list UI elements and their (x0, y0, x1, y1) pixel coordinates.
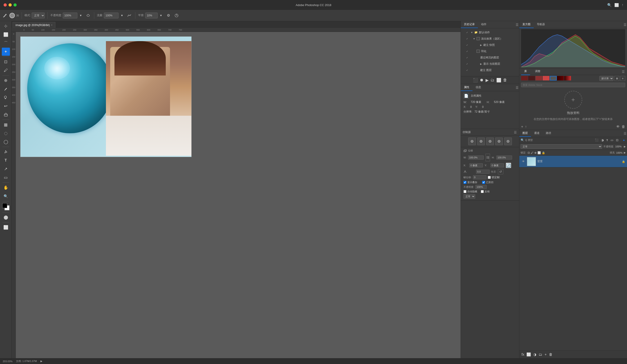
smoothing-btn[interactable] (126, 12, 132, 19)
history-tab[interactable]: 历史记录 (461, 21, 478, 28)
new-action-btn[interactable]: ⬜ (496, 78, 501, 83)
swatch-mid-dark[interactable] (535, 76, 542, 81)
canvas-tab-close[interactable]: × (51, 24, 52, 26)
h-clone-input[interactable] (496, 155, 512, 160)
layer-mode-select[interactable]: 正常 (521, 144, 602, 149)
lock-transparent-btn[interactable]: ⊡ (527, 151, 530, 154)
brush-tool[interactable] (2, 85, 10, 93)
text-tool[interactable]: T (2, 156, 10, 165)
history-item-copy[interactable]: ✓ 通过拷贝的图层 (461, 54, 519, 61)
angle-input[interactable] (476, 170, 490, 174)
swatch-dark-red[interactable] (521, 76, 528, 81)
eraser-tool[interactable] (2, 111, 10, 119)
swatch-darker[interactable] (528, 76, 535, 81)
minimize-button[interactable] (8, 3, 12, 6)
share-icon[interactable]: ↑ (622, 3, 624, 7)
airbrush-btn[interactable] (85, 12, 91, 19)
clip-checkbox[interactable] (482, 181, 485, 184)
history-item-show[interactable]: ✓ ▶ 显示 当前图层 (461, 61, 519, 67)
histogram-tab[interactable]: 直方图 (519, 21, 534, 28)
layer-group-btn[interactable]: 🗂 (538, 352, 543, 357)
layer-adjust-btn[interactable]: ◑ (533, 352, 537, 357)
history-item-snap[interactable]: ✓ ▶ 建立 快照 (461, 42, 519, 48)
clone-src-5[interactable] (504, 137, 512, 145)
foreground-color[interactable] (2, 203, 7, 208)
stop-btn[interactable]: ⬛ (473, 78, 478, 83)
clone-src-3[interactable] (486, 137, 494, 145)
library-menu-btn[interactable]: ☰ (621, 69, 625, 74)
filter-adjust-btn[interactable]: ◑ (600, 138, 605, 142)
library-upload-btn[interactable]: ↑ (525, 125, 527, 129)
invert-checkbox[interactable] (481, 190, 484, 193)
info-tab[interactable]: 信息 (472, 84, 484, 91)
hand-tool[interactable]: ✋ (2, 183, 10, 192)
clone-src-1[interactable] (468, 137, 476, 145)
overlay-checkbox[interactable] (464, 181, 467, 184)
quick-mask-btn[interactable]: ⬤ (2, 213, 10, 221)
w-clone-input[interactable] (468, 155, 484, 160)
filter-shape-btn[interactable]: ▭ (610, 138, 614, 142)
swatch-gray-select[interactable] (550, 76, 557, 81)
swatch-gradient-1[interactable] (557, 76, 564, 81)
properties-tab[interactable]: 属性 (461, 84, 472, 91)
brush-tool-button[interactable] (2, 12, 8, 19)
history-item-newlayer[interactable]: ✓ 建立 图层 (461, 67, 519, 73)
path-select-tool[interactable]: ↗ (2, 165, 10, 173)
blur-tool[interactable]: ◌ (2, 129, 10, 137)
layer-item-background[interactable]: 👁 背景 🔒 (519, 156, 627, 167)
dodge-tool[interactable]: ◯ (2, 138, 10, 146)
smooth-toggle-btn[interactable]: ▼ (158, 13, 163, 18)
history-menu-btn[interactable]: ☰ (515, 22, 519, 27)
window-icon[interactable]: ⬜ (614, 3, 619, 7)
adjustments-tab[interactable]: 调整 (532, 68, 544, 75)
gradient-tool[interactable]: ▦ (2, 121, 10, 129)
grid-view-btn[interactable]: ⊞ (614, 76, 619, 81)
selection-tool[interactable]: ⬜ (2, 31, 10, 39)
wh-link-btn[interactable]: ⛓ (485, 154, 490, 161)
auto-hide-checkbox[interactable] (464, 190, 467, 193)
crop-tool[interactable]: ⊡ (2, 58, 10, 66)
search-icon[interactable]: 🔍 (607, 3, 612, 7)
paths-tab[interactable]: 路径 (543, 130, 554, 137)
library-add-btn[interactable]: + (521, 125, 523, 129)
blend-mode-select[interactable]: 正常 (464, 194, 475, 199)
library-search-input[interactable] (521, 83, 625, 87)
clone-src-4[interactable] (495, 137, 503, 145)
move-tool[interactable]: ⊹ (2, 22, 10, 30)
settings-btn[interactable]: ⚙ (165, 12, 172, 19)
play-btn[interactable]: ▶ (485, 78, 489, 83)
properties-menu-btn[interactable]: ☰ (515, 85, 519, 90)
heal-tool[interactable]: ⊕ (2, 76, 10, 85)
x-clone-input[interactable] (469, 163, 483, 167)
swatch-gradient-2[interactable] (564, 76, 571, 81)
history-item-feather[interactable]: ✓ 羽化 (461, 48, 519, 54)
color-swatches[interactable] (2, 203, 10, 211)
library-tab[interactable]: 库 (521, 68, 530, 75)
library-dropdown[interactable]: 探讨库 (599, 76, 614, 81)
eyedropper-tool[interactable]: 🖊 (2, 66, 10, 74)
close-button[interactable] (3, 3, 7, 6)
frame-input[interactable] (473, 175, 486, 179)
lock-artboard-btn[interactable]: ⬜ (537, 151, 541, 154)
opacity-toggle-btn[interactable]: ▼ (78, 13, 83, 18)
mode-select[interactable]: 正常 (32, 13, 45, 18)
clone-refresh-btn[interactable]: 🔄 (506, 163, 511, 168)
clone-src-2[interactable] (477, 137, 485, 145)
canvas-tab-image[interactable]: image.jpg @ 203%(RGB/8#) × (13, 22, 55, 28)
lock-frame-checkbox[interactable] (488, 176, 491, 179)
list-view-btn[interactable]: ≡ (620, 76, 625, 81)
library-share-btn[interactable]: 👁 (616, 125, 620, 129)
magic-wand-tool[interactable]: ✦ (2, 48, 10, 56)
filter-smart-btn[interactable]: ⊡ (615, 138, 619, 142)
lock-position-btn[interactable]: ⊕ (534, 151, 537, 154)
opacity-input[interactable] (63, 13, 77, 18)
flow-toggle-btn[interactable]: ▼ (119, 13, 124, 18)
add-to-library-btn[interactable]: + (564, 91, 582, 109)
layer-visibility-btn[interactable]: 👁 (521, 159, 525, 164)
layer-style-btn[interactable]: fx (521, 352, 525, 357)
filter-on-btn[interactable]: ● (622, 138, 626, 142)
lock-image-btn[interactable]: 🖊 (531, 151, 533, 154)
actions-tab[interactable]: 动作 (478, 21, 490, 28)
filter-pixel-btn[interactable]: ⬛ (594, 138, 599, 142)
rotate-left-btn[interactable]: ↺ (498, 169, 503, 174)
